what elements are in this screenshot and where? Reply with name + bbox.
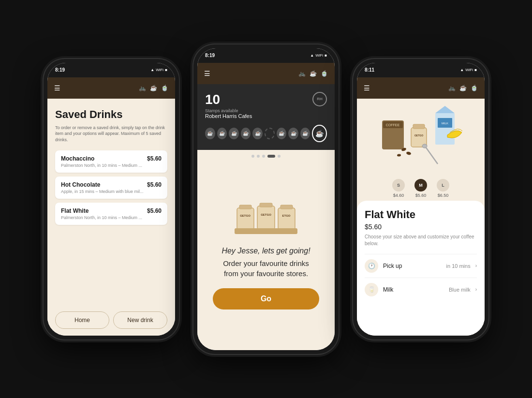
svg-rect-18 <box>413 124 425 129</box>
status-time-3: 8:11 <box>365 67 374 73</box>
dot-2[interactable] <box>262 155 265 158</box>
cup2-icon-1: 🍵 <box>161 85 168 91</box>
status-bar-1: 8:19 ▲ WiFi ■ <box>47 63 175 77</box>
cup-icon-3: ☕ <box>459 85 467 91</box>
status-bar-2: 8:19 ▲ WiFi ■ <box>197 48 335 63</box>
dots-nav <box>197 150 335 162</box>
status-time-2: 8:19 <box>205 53 215 58</box>
svg-rect-13 <box>435 113 455 145</box>
status-bar-3: 8:11 ▲ WiFi ■ <box>357 63 485 77</box>
phone1-footer: Home New drink <box>47 307 175 336</box>
size-price-m: $5.60 <box>415 193 427 198</box>
bike-icon-3: 🚲 <box>448 85 456 91</box>
product-image-area: COFFEE MILK GETGO <box>357 99 485 176</box>
phone2-middle: GETGO GETGO ETGO Hey Jesse, le <box>197 162 335 350</box>
new-drink-button[interactable]: New drink <box>113 311 167 329</box>
drink-sub-0: Palmerston North, in 10 mins – Medium ..… <box>61 163 142 168</box>
header-icons-1: 🚲 ☕ 🍵 <box>139 85 168 91</box>
go-button[interactable]: Go <box>213 288 319 310</box>
svg-point-22 <box>397 154 401 157</box>
size-option-l[interactable]: L $6.50 <box>437 179 449 198</box>
milk-option-row[interactable]: 🥛 Milk Blue milk › <box>365 278 477 301</box>
size-price-l: $6.50 <box>438 193 449 198</box>
svg-text:GETGO: GETGO <box>261 213 271 216</box>
stamp-1: ☕ <box>205 128 215 139</box>
menu-icon-3[interactable]: ☰ <box>364 84 370 92</box>
size-option-m[interactable]: M $5.60 <box>414 179 427 198</box>
dot-4[interactable] <box>278 155 281 158</box>
rh-badge: RH <box>312 92 327 106</box>
stamp-4: ☕ <box>241 128 251 139</box>
stamp-3: ☕ <box>229 128 239 139</box>
cup-icon-2: ☕ <box>310 70 317 77</box>
loyalty-card: 10 Stamps available Robert Harris Cafes … <box>197 84 335 150</box>
phone3-body: COFFEE MILK GETGO <box>357 99 485 336</box>
dot-1[interactable] <box>257 155 260 158</box>
svg-rect-1 <box>239 205 251 209</box>
header-icons-3: 🚲 ☕ 🍵 <box>448 85 478 91</box>
greeting-text: Hey Jesse, lets get going! <box>222 247 310 255</box>
bike-icon-2: 🚲 <box>298 70 306 77</box>
size-option-s[interactable]: S $4.60 <box>392 179 405 198</box>
svg-rect-3 <box>257 206 275 229</box>
milk-value: Blue milk <box>449 287 471 293</box>
pickup-option-row[interactable]: 🕐 Pick up in 10 mins › <box>365 254 477 278</box>
size-circle-l: L <box>437 179 449 192</box>
size-options: S $4.60 M $5.60 L $6.50 <box>357 176 485 201</box>
svg-point-21 <box>406 151 411 155</box>
product-name: Flat White <box>365 208 477 221</box>
menu-icon-1[interactable]: ☰ <box>54 84 60 92</box>
product-price: $5.60 <box>365 223 477 231</box>
stamp-5: ☕ <box>252 128 263 139</box>
drink-name-2: Flat White <box>61 207 142 214</box>
loyalty-number: 10 <box>205 92 252 107</box>
product-desc: Choose your size above and customize you… <box>365 234 477 247</box>
status-time-1: 8:19 <box>55 67 65 73</box>
menu-icon-2[interactable]: ☰ <box>204 70 210 77</box>
svg-rect-7 <box>281 205 293 209</box>
milk-icon: 🥛 <box>365 283 378 296</box>
saved-drinks-title: Saved Drinks <box>55 108 167 121</box>
cups-illustration: GETGO GETGO ETGO <box>235 198 297 239</box>
home-button[interactable]: Home <box>55 311 109 329</box>
loyalty-cafes: Robert Harris Cafes <box>205 113 252 119</box>
milk-chevron-icon: › <box>475 287 477 292</box>
stamp-6 <box>265 128 275 139</box>
svg-marker-14 <box>435 106 455 113</box>
svg-rect-4 <box>260 203 272 207</box>
stamp-9: ☕ <box>300 128 310 139</box>
drink-card-2[interactable]: Flat White Palmerston North, in 10 mins … <box>55 203 167 225</box>
stamp-7: ☕ <box>277 128 287 139</box>
dot-0[interactable] <box>251 155 254 158</box>
stamp-10: ☕ <box>312 125 327 142</box>
saved-drinks-desc: To order or remove a saved drink, simply… <box>55 125 167 143</box>
tagline-text: Order your favourite drinksfrom your fav… <box>223 258 309 279</box>
stamps-row: ☕ ☕ ☕ ☕ ☕ ☕ ☕ ☕ ☕ <box>205 125 327 142</box>
phone1-body: Saved Drinks To order or remove a saved … <box>47 99 175 336</box>
cup2-icon-2: 🍵 <box>321 70 328 77</box>
status-icons-3: ▲ WiFi ■ <box>460 68 477 72</box>
cup-icon-1: ☕ <box>150 85 157 91</box>
cup2-icon-3: 🍵 <box>471 85 478 91</box>
app-header-1: ☰ 🚲 ☕ 🍵 <box>47 77 175 99</box>
drink-name-1: Hot Chocolate <box>61 181 144 188</box>
app-header-2: ☰ 🚲 ☕ 🍵 <box>197 63 335 84</box>
svg-point-24 <box>422 144 427 148</box>
pickup-value: in 10 mins <box>446 263 471 269</box>
svg-text:GETGO: GETGO <box>414 134 423 137</box>
milk-label: Milk <box>383 286 444 293</box>
drink-card-1[interactable]: Hot Chocolate Apple, in 15 mins – Medium… <box>55 177 167 199</box>
drink-price-2: $5.60 <box>147 207 162 214</box>
svg-rect-6 <box>278 208 295 230</box>
dot-3[interactable] <box>267 155 275 158</box>
svg-line-23 <box>426 147 438 164</box>
svg-rect-9 <box>235 228 297 234</box>
svg-text:GETGO: GETGO <box>240 214 251 217</box>
svg-text:COFFEE: COFFEE <box>386 123 400 127</box>
stamp-8: ☕ <box>288 128 298 139</box>
drink-sub-2: Palmerston North, in 10 mins – Medium ..… <box>61 215 142 220</box>
drink-card-0[interactable]: Mochaccino Palmerston North, in 10 mins … <box>55 150 167 173</box>
stamp-2: ☕ <box>217 128 227 139</box>
status-icons-1: ▲ WiFi ■ <box>150 68 167 72</box>
drink-price-0: $5.60 <box>147 155 162 162</box>
